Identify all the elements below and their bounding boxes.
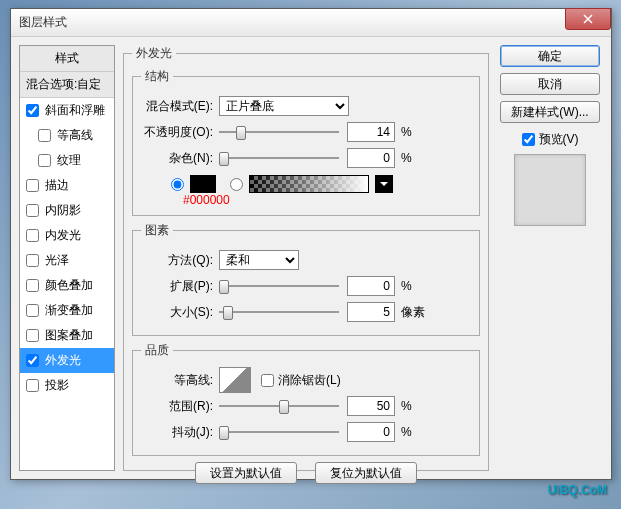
contour-label: 等高线: bbox=[141, 372, 219, 389]
spread-unit: % bbox=[401, 279, 412, 293]
spread-label: 扩展(P): bbox=[141, 278, 219, 295]
sidebar-checkbox-7[interactable] bbox=[26, 279, 39, 292]
sidebar-item-0[interactable]: 斜面和浮雕 bbox=[20, 98, 114, 123]
color-swatch[interactable] bbox=[190, 175, 216, 193]
opacity-value[interactable]: 14 bbox=[347, 122, 395, 142]
range-unit: % bbox=[401, 399, 412, 413]
jitter-value[interactable]: 0 bbox=[347, 422, 395, 442]
color-hex: #000000 bbox=[183, 193, 471, 207]
technique-select[interactable]: 柔和 bbox=[219, 250, 299, 270]
sidebar-item-6[interactable]: 光泽 bbox=[20, 248, 114, 273]
size-slider[interactable] bbox=[219, 304, 339, 320]
sidebar-checkbox-0[interactable] bbox=[26, 104, 39, 117]
sidebar-item-9[interactable]: 图案叠加 bbox=[20, 323, 114, 348]
sidebar-header: 样式 bbox=[20, 46, 114, 72]
quality-legend: 品质 bbox=[141, 342, 173, 359]
styles-sidebar: 样式 混合选项:自定 斜面和浮雕等高线纹理描边内阴影内发光光泽颜色叠加渐变叠加图… bbox=[19, 45, 115, 471]
structure-legend: 结构 bbox=[141, 68, 173, 85]
sidebar-item-3[interactable]: 描边 bbox=[20, 173, 114, 198]
noise-label: 杂色(N): bbox=[141, 150, 219, 167]
sidebar-label-0: 斜面和浮雕 bbox=[45, 102, 105, 119]
contour-picker[interactable] bbox=[219, 367, 251, 393]
main-panel: 外发光 结构 混合模式(E): 正片叠底 不透明度(O): 14 % 杂色(N) bbox=[123, 45, 489, 471]
spread-slider[interactable] bbox=[219, 278, 339, 294]
structure-group: 结构 混合模式(E): 正片叠底 不透明度(O): 14 % 杂色(N): bbox=[132, 68, 480, 216]
jitter-unit: % bbox=[401, 425, 412, 439]
ok-button[interactable]: 确定 bbox=[500, 45, 600, 67]
elements-group: 图素 方法(Q): 柔和 扩展(P): 0 % 大小(S): 5 bbox=[132, 222, 480, 336]
size-label: 大小(S): bbox=[141, 304, 219, 321]
range-label: 范围(R): bbox=[141, 398, 219, 415]
sidebar-item-8[interactable]: 渐变叠加 bbox=[20, 298, 114, 323]
blend-mode-label: 混合模式(E): bbox=[141, 98, 219, 115]
outer-glow-group: 外发光 结构 混合模式(E): 正片叠底 不透明度(O): 14 % 杂色(N) bbox=[123, 45, 489, 471]
sidebar-label-8: 渐变叠加 bbox=[45, 302, 93, 319]
range-value[interactable]: 50 bbox=[347, 396, 395, 416]
opacity-label: 不透明度(O): bbox=[141, 124, 219, 141]
sidebar-checkbox-11[interactable] bbox=[26, 379, 39, 392]
size-value[interactable]: 5 bbox=[347, 302, 395, 322]
noise-value[interactable]: 0 bbox=[347, 148, 395, 168]
jitter-label: 抖动(J): bbox=[141, 424, 219, 441]
preview-checkbox[interactable] bbox=[522, 133, 535, 146]
sidebar-label-4: 内阴影 bbox=[45, 202, 81, 219]
opacity-unit: % bbox=[401, 125, 412, 139]
titlebar: 图层样式 bbox=[11, 9, 611, 37]
close-button[interactable] bbox=[565, 8, 611, 30]
noise-unit: % bbox=[401, 151, 412, 165]
sidebar-checkbox-10[interactable] bbox=[26, 354, 39, 367]
content: 样式 混合选项:自定 斜面和浮雕等高线纹理描边内阴影内发光光泽颜色叠加渐变叠加图… bbox=[11, 37, 611, 479]
sidebar-label-10: 外发光 bbox=[45, 352, 81, 369]
panel-title: 外发光 bbox=[132, 45, 176, 62]
size-unit: 像素 bbox=[401, 304, 425, 321]
close-icon bbox=[583, 14, 593, 24]
sidebar-checkbox-6[interactable] bbox=[26, 254, 39, 267]
sidebar-checkbox-8[interactable] bbox=[26, 304, 39, 317]
opacity-slider[interactable] bbox=[219, 124, 339, 140]
antialias-checkbox[interactable] bbox=[261, 374, 274, 387]
sidebar-checkbox-2[interactable] bbox=[38, 154, 51, 167]
right-column: 确定 取消 新建样式(W)... 预览(V) bbox=[497, 45, 603, 471]
window-title: 图层样式 bbox=[19, 14, 67, 31]
sidebar-item-5[interactable]: 内发光 bbox=[20, 223, 114, 248]
gradient-swatch[interactable] bbox=[249, 175, 369, 193]
technique-label: 方法(Q): bbox=[141, 252, 219, 269]
preview-swatch bbox=[514, 154, 586, 226]
sidebar-label-1: 等高线 bbox=[57, 127, 93, 144]
sidebar-blend-options[interactable]: 混合选项:自定 bbox=[20, 72, 114, 98]
sidebar-item-4[interactable]: 内阴影 bbox=[20, 198, 114, 223]
sidebar-checkbox-1[interactable] bbox=[38, 129, 51, 142]
sidebar-label-2: 纹理 bbox=[57, 152, 81, 169]
noise-slider[interactable] bbox=[219, 150, 339, 166]
sidebar-label-9: 图案叠加 bbox=[45, 327, 93, 344]
dialog-window: 图层样式 样式 混合选项:自定 斜面和浮雕等高线纹理描边内阴影内发光光泽颜色叠加… bbox=[10, 8, 612, 480]
watermark: UiBQ.CoM bbox=[548, 478, 607, 499]
sidebar-checkbox-9[interactable] bbox=[26, 329, 39, 342]
sidebar-label-11: 投影 bbox=[45, 377, 69, 394]
sidebar-item-1[interactable]: 等高线 bbox=[20, 123, 114, 148]
make-default-button[interactable]: 设置为默认值 bbox=[195, 462, 297, 484]
sidebar-checkbox-3[interactable] bbox=[26, 179, 39, 192]
quality-group: 品质 等高线: 消除锯齿(L) 范围(R): 50 % bbox=[132, 342, 480, 456]
new-style-button[interactable]: 新建样式(W)... bbox=[500, 101, 600, 123]
sidebar-label-6: 光泽 bbox=[45, 252, 69, 269]
color-radio[interactable] bbox=[171, 178, 184, 191]
preview-label: 预览(V) bbox=[539, 131, 579, 148]
spread-value[interactable]: 0 bbox=[347, 276, 395, 296]
range-slider[interactable] bbox=[219, 398, 339, 414]
sidebar-item-10[interactable]: 外发光 bbox=[20, 348, 114, 373]
sidebar-item-2[interactable]: 纹理 bbox=[20, 148, 114, 173]
sidebar-checkbox-5[interactable] bbox=[26, 229, 39, 242]
cancel-button[interactable]: 取消 bbox=[500, 73, 600, 95]
jitter-slider[interactable] bbox=[219, 424, 339, 440]
gradient-dropdown[interactable] bbox=[375, 175, 393, 193]
blend-mode-select[interactable]: 正片叠底 bbox=[219, 96, 349, 116]
sidebar-label-5: 内发光 bbox=[45, 227, 81, 244]
reset-default-button[interactable]: 复位为默认值 bbox=[315, 462, 417, 484]
sidebar-item-7[interactable]: 颜色叠加 bbox=[20, 273, 114, 298]
sidebar-checkbox-4[interactable] bbox=[26, 204, 39, 217]
antialias-label: 消除锯齿(L) bbox=[278, 372, 341, 389]
gradient-radio[interactable] bbox=[230, 178, 243, 191]
sidebar-label-7: 颜色叠加 bbox=[45, 277, 93, 294]
sidebar-item-11[interactable]: 投影 bbox=[20, 373, 114, 398]
